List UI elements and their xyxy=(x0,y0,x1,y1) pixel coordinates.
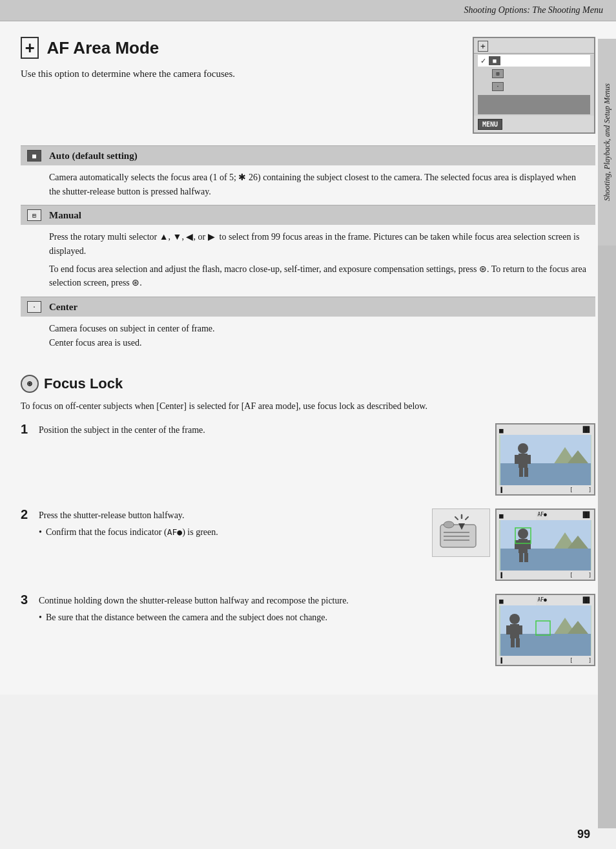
manual-option-label: Manual xyxy=(49,210,81,221)
svg-point-11 xyxy=(444,521,454,528)
vf3-svg xyxy=(500,605,591,656)
auto-option-body: Camera automatically selects the focus a… xyxy=(21,165,595,205)
viewfinder-1: ■ ▐█▌ xyxy=(495,423,595,496)
bullet-dot: • xyxy=(39,525,42,540)
vf3-bottom: ▐ [ ] xyxy=(499,658,591,664)
af-area-left: + AF Area Mode Use this option to determ… xyxy=(21,37,460,81)
step-3-bullet-text: Be sure that the distance between the ca… xyxy=(46,611,327,625)
vf3-battery: ▐█▌ xyxy=(581,597,591,605)
menu-button: MENU xyxy=(478,119,502,130)
step-1-content: Position the subject in the center of th… xyxy=(39,423,485,440)
af-bracket-icon: + xyxy=(21,37,39,59)
step-1-number: 1 xyxy=(21,422,39,437)
step-3-images: ■ AF● ▐█▌ xyxy=(495,594,595,666)
svg-rect-35 xyxy=(510,624,519,638)
camera-menu-diagram: + ✓ ■ ⊞ · xyxy=(473,37,595,134)
focus-lock-description: To focus on off-center subjects when [Ce… xyxy=(21,399,595,414)
vf1-scene xyxy=(499,435,591,485)
svg-rect-28 xyxy=(524,553,528,562)
viewfinder-3: ■ AF● ▐█▌ xyxy=(495,594,595,666)
svg-rect-26 xyxy=(526,540,531,549)
vf3-camera-symbol: ■ xyxy=(499,597,504,605)
svg-rect-5 xyxy=(518,454,528,468)
step-2-bullet-text: Confirm that the focus indicator (AF●) i… xyxy=(46,525,218,540)
menu-row-auto: ✓ ■ xyxy=(478,55,590,67)
step-3-content: Continue holding down the shutter-releas… xyxy=(39,594,485,624)
step-2-bullet: • Confirm that the focus indicator (AF●)… xyxy=(39,525,422,540)
menu-top-bar: + xyxy=(474,38,594,54)
vf3-top-icons: ■ AF● ▐█▌ xyxy=(499,597,591,605)
vf2-top-icons: ■ AF● ▐█▌ xyxy=(499,512,591,520)
menu-top-icon: + xyxy=(478,41,488,52)
vf1-brackets: [ ] xyxy=(570,487,591,493)
manual-icon: ⊞ xyxy=(492,69,504,78)
af-area-mode-section: + AF Area Mode Use this option to determ… xyxy=(21,37,595,134)
step-2-text: Press the shutter-release button halfway… xyxy=(39,508,422,523)
step-3-number: 3 xyxy=(21,592,39,607)
step-3-text: Continue holding down the shutter-releas… xyxy=(39,594,485,608)
focus-lock-title: ⊛ Focus Lock xyxy=(21,375,595,393)
vf2-battery: ▐█▌ xyxy=(581,512,591,520)
manual-option-text2: To end focus area selection and adjust t… xyxy=(49,262,589,290)
sidebar-text-container: Shooting, Playback, and Setup Menus xyxy=(598,39,616,246)
focus-lock-section: ⊛ Focus Lock To focus on off-center subj… xyxy=(21,375,595,667)
af-indicator: AF● xyxy=(167,527,182,537)
svg-line-14 xyxy=(455,517,458,519)
step-1-images: ■ ▐█▌ xyxy=(495,423,595,496)
svg-rect-24 xyxy=(518,539,528,553)
svg-rect-39 xyxy=(516,638,520,647)
svg-rect-36 xyxy=(506,625,511,634)
vf2-af-indicator: AF● xyxy=(536,512,548,520)
shutter-svg xyxy=(437,512,486,554)
option-center-header: · Center xyxy=(21,297,595,317)
manual-option-body: Press the rotary multi selector ▲, ▼, ◀,… xyxy=(21,225,595,297)
svg-rect-22 xyxy=(500,549,591,571)
auto-option-icon: ■ xyxy=(27,150,41,162)
header-bar: Shooting Options: The Shooting Menu xyxy=(0,0,616,21)
option-manual-header: ⊞ Manual xyxy=(21,205,595,225)
option-auto-header: ■ Auto (default setting) xyxy=(21,145,595,165)
sidebar-label: Shooting, Playback, and Setup Menus xyxy=(602,83,612,201)
center-icon: · xyxy=(492,82,504,91)
svg-rect-7 xyxy=(526,455,531,464)
vf1-left-indicator: ▐ xyxy=(499,487,502,493)
manual-option-icon: ⊞ xyxy=(27,209,41,221)
center-option-label: Center xyxy=(49,302,77,313)
svg-point-34 xyxy=(509,614,520,624)
svg-line-13 xyxy=(466,517,468,519)
viewfinder-2: ■ AF● ▐█▌ xyxy=(495,508,595,581)
step-3-bullet: • Be sure that the distance between the … xyxy=(39,611,485,625)
menu-row-center: · xyxy=(478,81,590,92)
vf3-left-indicator: ▐ xyxy=(499,658,502,664)
vf3-brackets: [ ] xyxy=(570,658,591,664)
svg-rect-8 xyxy=(519,468,523,477)
svg-rect-37 xyxy=(518,625,522,634)
vf1-svg xyxy=(500,435,591,485)
vf2-brackets: [ ] xyxy=(570,572,591,578)
menu-row-manual: ⊞ xyxy=(478,68,590,79)
af-area-title: + AF Area Mode xyxy=(21,37,460,59)
page-number: 99 xyxy=(577,828,590,841)
svg-rect-27 xyxy=(519,553,523,562)
svg-rect-9 xyxy=(524,468,528,477)
check-icon: ✓ xyxy=(480,57,486,65)
step-2-number: 2 xyxy=(21,507,39,522)
options-table: ■ Auto (default setting) Camera automati… xyxy=(21,145,595,357)
auto-option-label: Auto (default setting) xyxy=(49,151,138,162)
center-option-icon: · xyxy=(27,301,41,313)
svg-rect-3 xyxy=(500,463,591,485)
step-2: 2 Press the shutter-release button halfw… xyxy=(21,508,595,581)
manual-option-text1: Press the rotary multi selector ▲, ▼, ◀,… xyxy=(49,230,589,258)
vf1-battery: ▐█▌ xyxy=(581,426,591,435)
vf2-svg xyxy=(500,520,591,571)
menu-rows: ✓ ■ ⊞ · xyxy=(474,54,594,116)
vf2-scene xyxy=(499,520,591,571)
focus-lock-icon: ⊛ xyxy=(21,375,39,393)
vf3-scene xyxy=(499,605,591,656)
vf1-top-icons: ■ ▐█▌ xyxy=(499,426,591,435)
af-title-text: AF Area Mode xyxy=(46,38,159,58)
sidebar-gray-block xyxy=(598,246,616,828)
header-title: Shooting Options: The Shooting Menu xyxy=(464,5,603,15)
svg-point-4 xyxy=(518,443,528,454)
main-content: + AF Area Mode Use this option to determ… xyxy=(0,21,616,695)
